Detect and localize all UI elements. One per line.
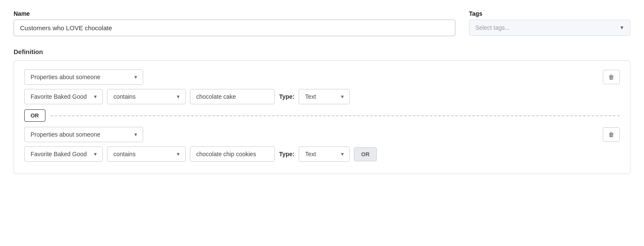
- or-button[interactable]: OR: [24, 109, 45, 122]
- operator-select-1[interactable]: contains: [107, 89, 186, 104]
- tags-select[interactable]: Select tags...: [469, 20, 630, 36]
- operator-select-2[interactable]: contains: [107, 146, 186, 162]
- tags-label: Tags: [469, 10, 630, 17]
- top-form-row: Name Tags Select tags... ▼: [14, 10, 630, 36]
- type-label-2: Type:: [279, 151, 294, 157]
- operator-dropdown-wrapper-1: contains ▼: [107, 89, 186, 104]
- properties-dropdown-wrapper-1: Properties about someone ▼: [24, 69, 143, 85]
- type-dropdown-wrapper-1: Text ▼: [299, 89, 350, 104]
- field-dropdown-wrapper-1: Favorite Baked Good(s) ▼: [24, 89, 103, 104]
- condition-group-2-properties-row: Properties about someone ▼ 🗑: [24, 127, 620, 142]
- type-select-1[interactable]: Text: [299, 89, 350, 104]
- tags-field-group: Tags Select tags... ▼: [469, 10, 630, 36]
- condition-group-1-properties-row: Properties about someone ▼ 🗑: [24, 69, 620, 85]
- name-input[interactable]: [14, 20, 455, 36]
- spacer-1: 🗑: [603, 70, 620, 84]
- field-select-2[interactable]: Favorite Baked Good(s): [24, 146, 103, 162]
- type-dropdown-wrapper-2: Text ▼: [299, 146, 350, 162]
- properties-dropdown-wrapper-2: Properties about someone ▼: [24, 127, 143, 142]
- field-dropdown-wrapper-2: Favorite Baked Good(s) ▼: [24, 146, 103, 162]
- or-add-button[interactable]: OR: [354, 147, 377, 161]
- value-input-2[interactable]: [190, 146, 275, 162]
- name-field-group: Name: [14, 10, 455, 36]
- name-label: Name: [14, 10, 455, 17]
- condition-group-2: Properties about someone ▼ 🗑 Favorite Ba…: [24, 127, 620, 162]
- type-label-1: Type:: [279, 93, 294, 100]
- definition-box: Properties about someone ▼ 🗑 Favorite Ba…: [14, 60, 630, 174]
- tags-select-wrapper: Select tags... ▼: [469, 20, 630, 36]
- trash-icon-2: 🗑: [608, 131, 614, 138]
- properties-select-1[interactable]: Properties about someone: [24, 69, 143, 85]
- operator-dropdown-wrapper-2: contains ▼: [107, 146, 186, 162]
- properties-select-2[interactable]: Properties about someone: [24, 127, 143, 142]
- or-divider: OR: [24, 109, 620, 122]
- field-select-1[interactable]: Favorite Baked Good(s): [24, 89, 103, 104]
- spacer-2: 🗑: [603, 127, 620, 142]
- condition-group-1: Properties about someone ▼ 🗑 Favorite Ba…: [24, 69, 620, 104]
- definition-section: Definition Properties about someone ▼ 🗑: [14, 48, 630, 174]
- trash-icon-1: 🗑: [608, 74, 614, 80]
- value-input-1[interactable]: [190, 89, 275, 104]
- delete-button-2[interactable]: 🗑: [603, 127, 620, 142]
- delete-button-1[interactable]: 🗑: [603, 70, 620, 84]
- definition-title: Definition: [14, 48, 630, 55]
- condition-group-2-fields-row: Favorite Baked Good(s) ▼ contains ▼ Type…: [24, 146, 620, 162]
- condition-group-1-fields-row: Favorite Baked Good(s) ▼ contains ▼ Type…: [24, 89, 620, 104]
- or-line: [51, 115, 620, 116]
- type-select-2[interactable]: Text: [299, 146, 350, 162]
